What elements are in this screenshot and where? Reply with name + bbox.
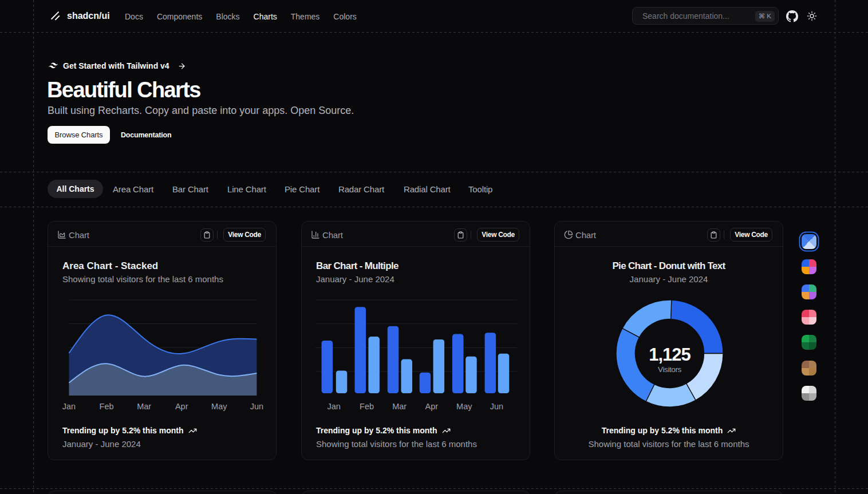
svg-text:1,125: 1,125 <box>649 345 691 365</box>
svg-text:Apr: Apr <box>175 402 188 411</box>
svg-text:Mar: Mar <box>392 402 407 411</box>
svg-text:Jan: Jan <box>62 402 76 411</box>
svg-text:Mar: Mar <box>137 402 151 411</box>
svg-text:May: May <box>456 402 472 411</box>
svg-text:May: May <box>211 402 227 411</box>
svg-text:Feb: Feb <box>100 402 114 411</box>
svg-text:Jan: Jan <box>328 402 341 411</box>
svg-text:Feb: Feb <box>360 402 374 411</box>
svg-text:Apr: Apr <box>425 402 439 411</box>
svg-text:Visitors: Visitors <box>658 365 681 374</box>
svg-text:Jun: Jun <box>490 402 503 411</box>
svg-text:Jun: Jun <box>250 402 263 411</box>
